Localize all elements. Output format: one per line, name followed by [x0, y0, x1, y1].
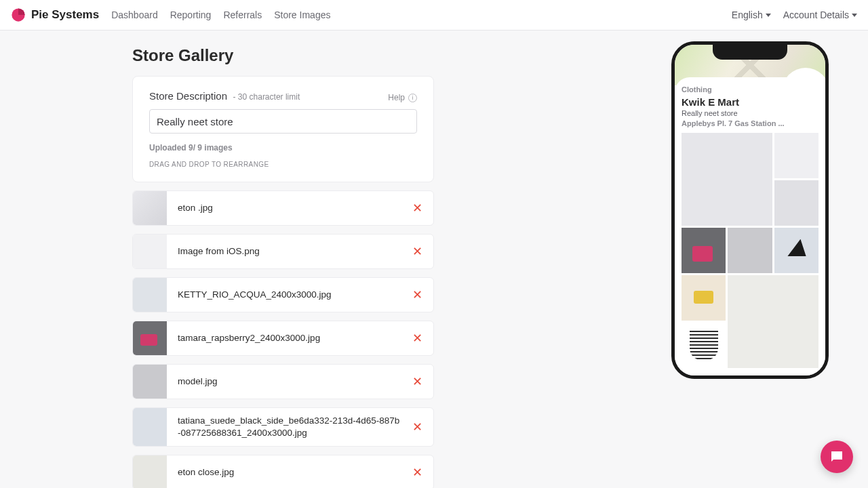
file-row[interactable]: Image from iOS.png ✕ — [132, 234, 434, 269]
chat-icon — [829, 449, 845, 465]
nav-dashboard[interactable]: Dashboard — [111, 9, 158, 20]
gallery-tile — [774, 228, 818, 273]
preview-store-desc: Really neet store — [682, 109, 818, 117]
delete-file-button[interactable]: ✕ — [412, 244, 422, 259]
account-dropdown[interactable]: Account Details — [783, 9, 857, 20]
preview-category: Clothing — [682, 85, 818, 94]
gallery-tile — [774, 133, 818, 178]
nav-links: Dashboard Reporting Referrals Store Imag… — [111, 9, 330, 20]
gallery-tile — [682, 275, 726, 321]
file-row[interactable]: KETTY_RIO_ACQUA_2400x3000.jpg ✕ — [132, 277, 434, 312]
delete-file-button[interactable]: ✕ — [412, 287, 422, 302]
delete-file-button[interactable]: ✕ — [412, 465, 422, 480]
preview-gallery — [682, 133, 818, 368]
brand[interactable]: Pie Systems — [11, 7, 99, 22]
file-list: eton .jpg ✕ Image from iOS.png ✕ KETTY_R… — [132, 190, 434, 488]
delete-file-button[interactable]: ✕ — [412, 331, 422, 346]
gallery-tile — [774, 180, 818, 226]
brand-logo-icon — [11, 7, 26, 22]
chevron-down-icon — [766, 14, 771, 17]
phone-notch-icon — [713, 45, 787, 60]
description-card: Store Description - 30 character limit H… — [132, 76, 434, 182]
store-description-input[interactable] — [149, 109, 417, 134]
file-row[interactable]: model.jpg ✕ — [132, 364, 434, 399]
top-nav: Pie Systems Dashboard Reporting Referral… — [0, 0, 868, 30]
help-link[interactable]: Help i — [388, 93, 417, 102]
delete-file-button[interactable]: ✕ — [412, 201, 422, 216]
gallery-tile — [682, 323, 726, 368]
brand-name: Pie Systems — [31, 8, 99, 22]
help-label: Help — [388, 93, 405, 102]
phone-preview: Clothing Kwik E Mart Really neet store A… — [671, 41, 829, 379]
file-thumb-icon — [133, 321, 167, 355]
language-dropdown[interactable]: English — [732, 9, 771, 20]
file-name: Image from iOS.png — [167, 245, 412, 258]
store-sheet: Clothing Kwik E Mart Really neet store A… — [675, 77, 825, 375]
gallery-tile — [682, 228, 726, 273]
file-thumb-icon — [133, 365, 167, 399]
file-name: model.jpg — [167, 375, 412, 388]
file-row[interactable]: eton close.jpg ✕ — [132, 455, 434, 488]
chevron-down-icon — [852, 14, 857, 17]
gallery-tile — [728, 228, 772, 273]
nav-referrals[interactable]: Referrals — [223, 9, 262, 20]
file-row[interactable]: tamara_rapsberry2_2400x3000.jpg ✕ — [132, 321, 434, 356]
file-thumb-icon — [133, 408, 167, 446]
uploaded-count: Uploaded 9/ 9 images — [149, 143, 417, 152]
file-row[interactable]: eton .jpg ✕ — [132, 190, 434, 226]
delete-file-button[interactable]: ✕ — [412, 420, 422, 434]
file-name: eton close.jpg — [167, 466, 412, 479]
file-name: tamara_rapsberry2_2400x3000.jpg — [167, 332, 412, 344]
gallery-tile — [682, 133, 772, 226]
file-thumb-icon — [133, 455, 167, 488]
preview-address: Applebys Pl. 7 Gas Station ... — [682, 119, 818, 127]
file-name: eton .jpg — [167, 202, 412, 214]
desc-limit: - 30 character limit — [233, 92, 300, 102]
delete-file-button[interactable]: ✕ — [412, 374, 422, 389]
info-icon: i — [408, 94, 417, 102]
desc-label: Store Description — [149, 90, 227, 102]
gallery-tile — [728, 275, 818, 368]
file-thumb-icon — [133, 191, 167, 225]
chat-button[interactable] — [821, 441, 853, 473]
account-label: Account Details — [783, 9, 849, 20]
drag-note: DRAG AND DROP TO REARRANGE — [149, 161, 417, 168]
nav-reporting[interactable]: Reporting — [170, 9, 212, 20]
nav-store-images[interactable]: Store Images — [274, 9, 330, 20]
file-row[interactable]: tatiana_suede_black_side_be6da332-213d-4… — [132, 407, 434, 447]
file-name: KETTY_RIO_ACQUA_2400x3000.jpg — [167, 289, 412, 301]
file-name: tatiana_suede_black_side_be6da332-213d-4… — [167, 415, 412, 439]
file-thumb-icon — [133, 278, 167, 312]
preview-store-name: Kwik E Mart — [682, 96, 818, 108]
language-label: English — [732, 9, 763, 20]
page-title: Store Gallery — [132, 46, 434, 65]
file-thumb-icon — [133, 235, 167, 268]
nav-right: English Account Details — [732, 9, 857, 20]
